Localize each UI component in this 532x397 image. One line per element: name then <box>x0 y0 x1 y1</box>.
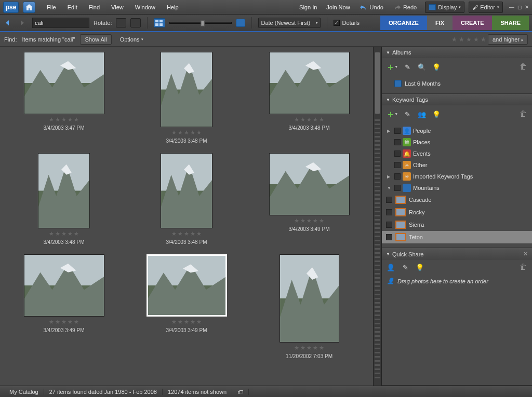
nav-back-button[interactable] <box>3 18 14 28</box>
share-edit-icon[interactable]: ✎ <box>401 263 410 271</box>
joinnow-link[interactable]: Join Now <box>322 2 354 12</box>
scroll-thumb[interactable] <box>375 52 380 114</box>
redo-button[interactable]: Redo <box>389 2 421 12</box>
add-album-button[interactable]: ＋▾ <box>386 61 397 73</box>
quickshare-dropzone[interactable]: 👤 Drag photos here to create an order <box>382 275 532 288</box>
edit-album-icon[interactable]: ✎ <box>403 63 412 71</box>
thumbnail-rating[interactable]: ★★★★★ <box>171 319 202 325</box>
thumbnail-image[interactable] <box>24 254 104 317</box>
minimize-button[interactable]: — <box>509 4 514 10</box>
delete-album-button[interactable]: 🗑 <box>520 62 528 72</box>
keyword-category[interactable]: ✳Other <box>382 159 532 171</box>
thumbnail-rating[interactable]: ★★★★★ <box>294 116 324 123</box>
thumbnail-rating[interactable]: ★★★★★ <box>294 345 324 351</box>
filter-star-2[interactable]: ★ <box>459 36 464 43</box>
tag-checkbox[interactable] <box>394 185 401 191</box>
single-view-button[interactable] <box>236 19 245 27</box>
close-button[interactable]: ✕ <box>525 4 529 10</box>
thumb-size-slider[interactable] <box>169 22 232 24</box>
thumbnail-rating[interactable]: ★★★★★ <box>294 217 324 224</box>
tag-checkbox[interactable] <box>394 173 401 180</box>
thumbnail-image[interactable] <box>38 153 90 228</box>
album-find-icon[interactable]: 🔍 <box>417 63 427 71</box>
filter-star-1[interactable]: ★ <box>451 36 457 43</box>
tip-icon[interactable]: 💡 <box>432 63 441 71</box>
thumbnail-image[interactable] <box>269 153 350 215</box>
thumbnail-image[interactable] <box>161 153 212 228</box>
share-trash-button[interactable]: 🗑 <box>520 263 528 272</box>
keyword-subtag[interactable]: Rocky <box>382 206 532 218</box>
status-catalog[interactable]: My Catalog <box>4 389 44 395</box>
rotate-left-button[interactable] <box>116 18 126 28</box>
tag-checkbox[interactable] <box>386 234 392 240</box>
filter-star-4[interactable]: ★ <box>473 36 479 43</box>
rating-mode-dropdown[interactable]: and higher ▾ <box>488 34 528 45</box>
grid-view-button[interactable] <box>154 18 165 28</box>
keyword-subtag[interactable]: Teton <box>382 231 532 243</box>
keyword-category[interactable]: 🔔Events <box>382 148 532 159</box>
timeline-bar[interactable] <box>375 119 380 380</box>
tag-checkbox[interactable] <box>394 139 401 145</box>
thumbnail-image[interactable] <box>269 52 350 114</box>
details-checkbox[interactable]: ✓Details <box>334 20 360 26</box>
people-tag-icon[interactable]: 👥 <box>417 110 427 118</box>
keyword-category[interactable]: ▼Mountains <box>382 182 532 194</box>
undo-button[interactable]: Undo <box>355 2 388 12</box>
tag-checkbox[interactable] <box>394 128 401 134</box>
album-item[interactable]: Last 6 Months <box>382 78 532 89</box>
showall-button[interactable]: Show All <box>80 34 111 45</box>
signin-link[interactable]: Sign In <box>295 2 321 12</box>
albums-header[interactable]: ▼Albums <box>382 47 532 58</box>
tip-icon[interactable]: 💡 <box>415 263 424 271</box>
options-dropdown[interactable]: Options▾ <box>117 35 147 44</box>
status-tag-icon[interactable]: 🏷 <box>232 389 249 395</box>
add-tag-button[interactable]: ＋▾ <box>386 108 397 120</box>
tag-checkbox[interactable] <box>394 150 401 157</box>
keyword-subtag[interactable]: Cascade <box>382 194 532 206</box>
menu-help[interactable]: Help <box>162 2 184 12</box>
expand-toggle[interactable]: ▶ <box>387 129 392 133</box>
share-person-icon[interactable]: 👤 <box>386 263 395 271</box>
tab-create[interactable]: CREATE <box>453 16 492 30</box>
thumbnail-rating[interactable]: ★★★★★ <box>171 129 202 136</box>
search-input[interactable] <box>32 18 89 28</box>
menu-edit[interactable]: Edit <box>62 2 83 12</box>
quickshare-header[interactable]: ▼Quick Share✕ <box>382 248 532 260</box>
tab-share[interactable]: SHARE <box>492 16 529 30</box>
sort-dropdown[interactable]: Date (Newest First)▾ <box>258 18 321 28</box>
keyword-category[interactable]: ▶👤People <box>382 125 532 136</box>
filter-star-3[interactable]: ★ <box>466 36 472 43</box>
quickshare-close[interactable]: ✕ <box>523 251 528 257</box>
keyword-subtag[interactable]: Sierra <box>382 218 532 231</box>
menu-window[interactable]: Window <box>130 2 161 12</box>
expand-toggle[interactable]: ▶ <box>387 174 392 179</box>
menu-view[interactable]: View <box>106 2 129 12</box>
display-dropdown[interactable]: Display▾ <box>425 2 464 13</box>
tag-checkbox[interactable] <box>394 162 401 168</box>
edit-tag-icon[interactable]: ✎ <box>403 110 412 118</box>
menu-find[interactable]: Find <box>84 2 105 12</box>
filter-star-5[interactable]: ★ <box>481 36 486 43</box>
editor-dropdown[interactable]: 🖌 Editor▾ <box>469 2 503 13</box>
tab-organize[interactable]: ORGANIZE <box>380 16 427 30</box>
thumbnail-image[interactable] <box>161 52 212 127</box>
home-button[interactable] <box>23 2 35 13</box>
rotate-right-button[interactable] <box>130 18 141 28</box>
thumbnail-image[interactable] <box>24 52 104 114</box>
tip-icon[interactable]: 💡 <box>432 110 441 118</box>
nav-forward-button[interactable] <box>18 18 28 28</box>
thumbnail-image[interactable] <box>280 254 339 343</box>
scrollbar[interactable] <box>373 47 381 386</box>
thumbnail-image[interactable] <box>147 254 227 317</box>
tag-checkbox[interactable] <box>386 197 392 203</box>
maximize-button[interactable]: ◻ <box>517 4 522 10</box>
thumbnail-rating[interactable]: ★★★★★ <box>49 116 79 123</box>
menu-file[interactable]: File <box>42 2 61 12</box>
thumbnail-rating[interactable]: ★★★★★ <box>171 230 202 237</box>
keyword-category[interactable]: ▶✳Imported Keyword Tags <box>382 171 532 182</box>
thumbnail-rating[interactable]: ★★★★★ <box>49 319 79 325</box>
tag-checkbox[interactable] <box>386 209 392 215</box>
thumbnail-rating[interactable]: ★★★★★ <box>49 230 79 237</box>
tab-fix[interactable]: FIX <box>427 16 453 30</box>
expand-toggle[interactable]: ▼ <box>387 186 392 190</box>
